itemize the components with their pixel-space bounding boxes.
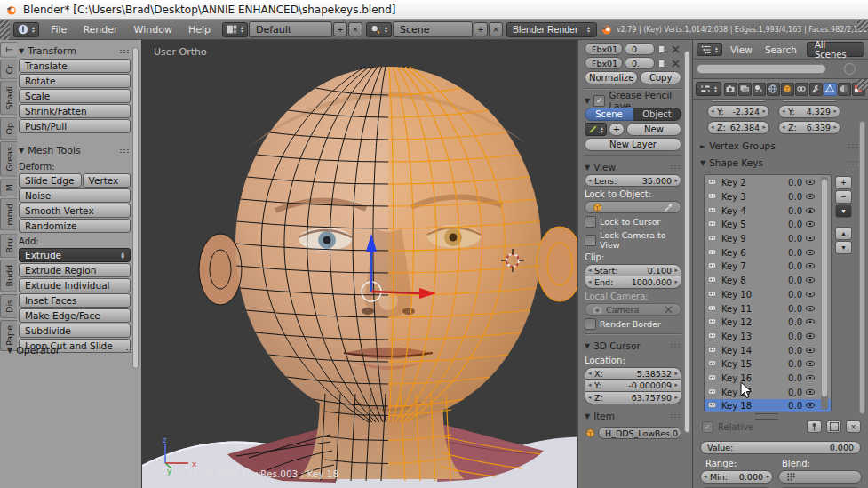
loc-z-field[interactable]: Z: 62.384	[707, 121, 769, 134]
menu-view[interactable]: View	[726, 44, 757, 55]
shape-key-row[interactable]: Key 50.0	[705, 218, 831, 232]
lock-object-field[interactable]	[585, 201, 681, 213]
resize-grip[interactable]	[857, 79, 868, 90]
eyedropper-icon[interactable]	[663, 202, 674, 213]
eye-icon[interactable]	[805, 260, 816, 272]
panel-3d-cursor-header[interactable]: 3D Cursor	[585, 339, 681, 353]
lock-to-cursor-checkbox[interactable]	[585, 216, 596, 228]
drag-dots-icon[interactable]	[848, 160, 859, 165]
shape-key-row[interactable]: Key 90.0	[705, 232, 831, 246]
shape-key-row[interactable]: Key 60.0	[705, 245, 831, 260]
eye-icon[interactable]	[805, 219, 816, 230]
layout-browse-button[interactable]	[222, 22, 248, 37]
move-down-button[interactable]	[835, 241, 852, 254]
tab-material[interactable]	[838, 83, 851, 96]
shelf-tab-m[interactable]: M	[0, 179, 17, 196]
panel-shape-keys-header[interactable]: Shape Keys	[700, 156, 859, 170]
tab-world[interactable]	[767, 83, 780, 96]
copy-data-icon[interactable]	[657, 44, 668, 55]
shape-key-row[interactable]: Key 150.0	[705, 357, 831, 372]
shape-key-row[interactable]: Key 70.0	[705, 260, 831, 274]
fbx-value-1[interactable]: 0.	[625, 43, 655, 55]
shape-key-row[interactable]: Key 110.0	[705, 301, 831, 316]
gp-new-layer-button[interactable]: New Layer	[585, 138, 681, 151]
list-resize-handle[interactable]	[755, 413, 778, 420]
shape-key-row[interactable]: Key 140.0	[705, 343, 831, 357]
shape-key-row[interactable]: Key 30.0	[705, 190, 831, 204]
render-engine-select[interactable]: Blender Render	[506, 22, 597, 37]
cursor-x-field[interactable]: X: 5.38532	[585, 367, 681, 380]
loc-y-field[interactable]: Y: -2.324	[707, 105, 769, 118]
gp-new-button[interactable]: New	[626, 123, 681, 136]
resize-grip[interactable]	[0, 20, 10, 40]
fbx-field-1[interactable]: Fbx01_...	[585, 43, 623, 55]
shape-key-row[interactable]: Key 170.0	[705, 385, 831, 399]
cursor-y-field[interactable]: Y: -0.000009	[585, 380, 681, 392]
shelf-tab-t[interactable]: T	[0, 42, 17, 58]
gp-add-button[interactable]: +	[609, 123, 625, 136]
eye-icon[interactable]	[805, 303, 816, 315]
menu-window[interactable]: Window	[126, 24, 180, 36]
move-up-button[interactable]	[835, 227, 852, 240]
grease-pencil-checkbox[interactable]	[593, 95, 605, 107]
close-icon[interactable]	[663, 304, 674, 316]
range-min-field[interactable]: Min: 0.000	[700, 470, 773, 484]
panel-transform-header[interactable]: Transform	[19, 44, 131, 59]
eye-icon[interactable]	[805, 205, 816, 217]
rot-z-field[interactable]: Z: 6.339	[778, 121, 840, 134]
clip-end-field[interactable]: End: 1000.000	[585, 276, 681, 289]
vertex-button[interactable]: Vertex	[83, 173, 131, 188]
noise-button[interactable]: Noise	[19, 188, 131, 203]
add-layout-button[interactable]	[333, 22, 347, 36]
shape-key-row[interactable]: Key 120.0	[705, 316, 831, 330]
local-camera-field[interactable]: Camera	[585, 303, 681, 316]
display-mode-select[interactable]: All Scenes	[807, 42, 864, 57]
smooth-vertex-button[interactable]: Smooth Vertex	[19, 204, 131, 218]
shelf-tab-mmd[interactable]: mmd	[0, 198, 17, 231]
drag-dots-icon[interactable]	[670, 343, 681, 348]
add-shape-key-button[interactable]	[835, 176, 852, 189]
push-pull-button[interactable]: Push/Pull	[19, 119, 131, 133]
shape-key-row[interactable]: Key 20.0	[705, 176, 831, 190]
drag-dots-icon[interactable]	[119, 148, 131, 154]
show-only-button[interactable]	[826, 420, 841, 433]
rot-x-field[interactable]: X: 5.000	[778, 100, 840, 102]
eye-icon[interactable]	[805, 191, 816, 203]
list-scrollbar[interactable]	[821, 177, 828, 410]
extrude-individual-button[interactable]: Extrude Individual	[19, 278, 131, 292]
n-panel-scrollbar[interactable]	[684, 51, 690, 433]
relative-checkbox[interactable]	[702, 421, 713, 433]
editor-type-button[interactable]	[13, 22, 39, 37]
shelf-tab-bru[interactable]: Bru	[0, 233, 17, 258]
outliner-hscrollbar[interactable]	[697, 64, 826, 74]
eye-icon[interactable]	[805, 345, 816, 356]
inset-faces-button[interactable]: Inset Faces	[19, 293, 131, 308]
layout-name-field[interactable]: Default	[249, 21, 332, 37]
shelf-tab-dis[interactable]: Dis	[0, 294, 17, 318]
gp-object-option[interactable]: Object	[633, 108, 681, 121]
close-icon[interactable]	[670, 44, 681, 55]
panel-view-header[interactable]: View	[585, 160, 681, 174]
item-name-field[interactable]: H_DDS_LowRes.0...	[598, 427, 681, 439]
gp-scene-option[interactable]: Scene	[585, 108, 633, 121]
shape-key-row[interactable]: Key 80.0	[705, 274, 831, 288]
rot-y-field[interactable]: Y: 4.329	[778, 105, 840, 118]
shape-key-row[interactable]: Key 160.0	[705, 372, 831, 386]
resize-grip[interactable]	[857, 20, 868, 30]
eye-icon[interactable]	[805, 358, 816, 370]
remove-shape-key-button[interactable]	[835, 190, 852, 204]
eye-icon[interactable]	[805, 331, 816, 342]
gp-draw-tool-button[interactable]	[585, 123, 607, 136]
tab-object[interactable]	[781, 83, 794, 96]
normalize-button[interactable]: Normalize	[585, 71, 638, 84]
shelf-tab-shadi[interactable]: Shadi	[0, 81, 17, 116]
copy-data-icon[interactable]	[657, 58, 668, 69]
shape-key-row[interactable]: Key 100.0	[705, 288, 831, 302]
value-slider[interactable]: Value: 0.000	[700, 441, 861, 454]
editor-type-button[interactable]	[696, 82, 721, 96]
drag-dots-icon[interactable]	[119, 49, 131, 54]
scene-browse-button[interactable]	[366, 22, 392, 37]
lock-camera-checkbox[interactable]	[585, 235, 596, 246]
close-layout-button[interactable]	[348, 22, 362, 36]
fbx-field-2[interactable]: Fbx01_...	[585, 57, 623, 69]
